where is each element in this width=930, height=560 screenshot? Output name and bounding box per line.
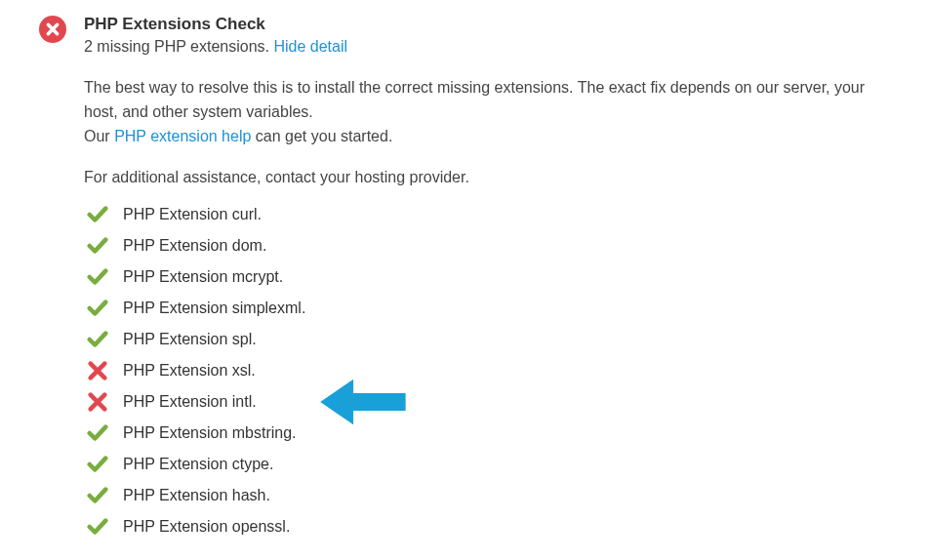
extension-label: PHP Extension openssl. xyxy=(123,518,290,536)
check-icon xyxy=(84,266,111,288)
extension-label: PHP Extension dom. xyxy=(123,237,266,255)
extension-label: PHP Extension curl. xyxy=(123,206,262,223)
extension-label: PHP Extension intl. xyxy=(123,393,257,411)
extension-item: PHP Extension mcrypt. xyxy=(84,266,891,288)
section-title: PHP Extensions Check xyxy=(84,14,891,35)
extension-item: PHP Extension simplexml. xyxy=(84,298,891,319)
summary-text: 2 missing PHP extensions. xyxy=(84,38,273,55)
help-paragraph-3: For additional assistance, contact your … xyxy=(84,166,891,190)
extension-item: PHP Extension mbstring. xyxy=(84,422,891,444)
extension-item: PHP Extension intl. xyxy=(84,391,891,413)
cross-icon xyxy=(84,360,111,381)
check-icon xyxy=(84,485,111,506)
extension-item: PHP Extension dom. xyxy=(84,235,891,257)
extension-item: PHP Extension hash. xyxy=(84,485,891,506)
extension-label: PHP Extension simplexml. xyxy=(123,300,305,317)
php-extension-help-link[interactable]: PHP extension help xyxy=(114,128,251,144)
error-icon xyxy=(39,16,66,43)
extension-label: PHP Extension hash. xyxy=(123,487,270,504)
extension-item: PHP Extension curl. xyxy=(84,204,891,225)
extension-item: PHP Extension openssl. xyxy=(84,516,891,538)
check-icon xyxy=(84,298,111,319)
check-icon xyxy=(84,454,111,475)
help-paragraph-1: The best way to resolve this is to insta… xyxy=(84,76,891,125)
extension-label: PHP Extension xsl. xyxy=(123,362,256,380)
check-icon xyxy=(84,235,111,257)
extension-label: PHP Extension mbstring. xyxy=(123,424,297,442)
check-icon xyxy=(84,516,111,538)
extension-item: PHP Extension spl. xyxy=(84,329,891,350)
check-content: PHP Extensions Check 2 missing PHP exten… xyxy=(84,14,891,547)
extension-item: PHP Extension xsl. xyxy=(84,360,891,381)
section-subtitle: 2 missing PHP extensions. Hide detail xyxy=(84,35,891,59)
help-paragraph-2: Our PHP extension help can get you start… xyxy=(84,125,891,149)
check-icon xyxy=(84,329,111,350)
extension-list: PHP Extension curl.PHP Extension dom.PHP… xyxy=(84,204,891,538)
extension-label: PHP Extension spl. xyxy=(123,331,257,348)
extension-label: PHP Extension mcrypt. xyxy=(123,268,283,286)
check-icon xyxy=(84,422,111,444)
toggle-detail-link[interactable]: Hide detail xyxy=(273,38,347,55)
extension-label: PHP Extension ctype. xyxy=(123,456,273,473)
cross-icon xyxy=(84,391,111,413)
extension-item: PHP Extension ctype. xyxy=(84,454,891,475)
check-icon xyxy=(84,204,111,225)
